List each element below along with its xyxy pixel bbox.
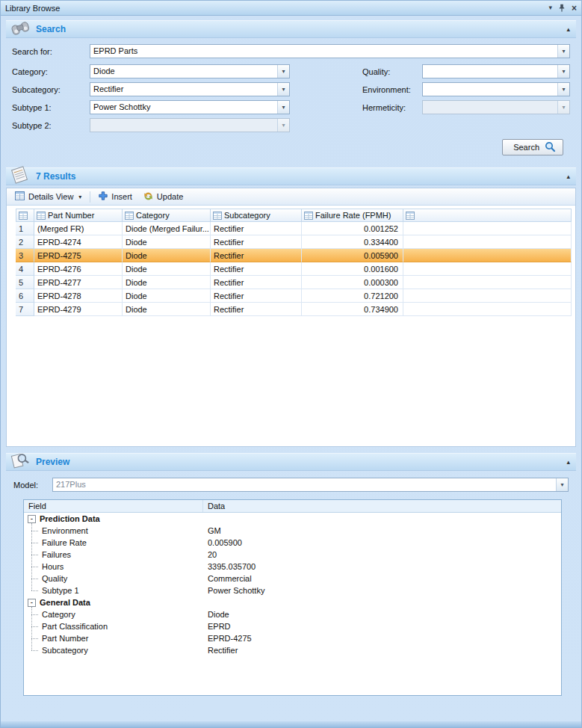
cell-category: Diode [123, 303, 211, 316]
tree-row[interactable]: Failure Rate 0.005900 [24, 537, 561, 549]
tree-row[interactable]: Environment GM [24, 525, 561, 537]
update-label: Update [157, 192, 183, 201]
table-row[interactable]: 2 EPRD-4274 Diode Rectifier 0.334400 [16, 235, 572, 249]
results-box: Details View ▾ Insert [6, 188, 576, 447]
column-label: Part Number [48, 211, 94, 220]
field-name: Category [42, 610, 75, 619]
group-label: Prediction Data [40, 514, 100, 523]
grid-view-icon [15, 191, 25, 202]
insert-button[interactable]: Insert [94, 190, 137, 203]
tree-group-row[interactable]: - General Data [24, 596, 561, 608]
column-header-failure-rate[interactable]: Failure Rate (FPMH) [302, 209, 403, 222]
table-row-selected[interactable]: 3 EPRD-4275 Diode Rectifier 0.005900 [16, 249, 572, 262]
tree-row[interactable]: Part Number EPRD-4275 [24, 632, 561, 644]
results-collapse-icon[interactable]: ▴ [566, 173, 570, 180]
search-collapse-icon[interactable]: ▴ [566, 25, 570, 33]
table-row[interactable]: 7 EPRD-4279 Diode Rectifier 0.734900 [16, 303, 572, 316]
table-row[interactable]: 1 (Merged FR) Diode (Merged Failur... Re… [16, 222, 572, 235]
cell-failure-rate: 0.721200 [302, 289, 403, 303]
tree-row[interactable]: Category Diode [24, 608, 561, 620]
column-icon [304, 212, 313, 220]
dropdown-arrow-icon[interactable]: ▾ [557, 83, 569, 96]
subtype2-combobox: ▾ [90, 118, 290, 132]
row-number: 2 [16, 235, 34, 249]
subtype2-label: Subtype 2: [12, 121, 90, 130]
binoculars-icon [10, 19, 31, 38]
environment-combobox[interactable]: ▾ [422, 82, 570, 96]
model-row: Model: 217Plus ▾ [6, 471, 576, 493]
table-row[interactable]: 5 EPRD-4277 Diode Rectifier 0.000300 [16, 276, 572, 289]
results-panel: 7 Results ▴ [6, 167, 576, 447]
window-title: Library Browse [5, 4, 60, 13]
quality-value [423, 65, 557, 78]
tree-header-row: Field Data [24, 500, 561, 513]
dropdown-arrow-icon[interactable]: ▾ [556, 478, 568, 491]
model-value: 217Plus [53, 478, 556, 491]
close-icon[interactable]: × [572, 4, 577, 13]
field-value: Rectifier [203, 646, 561, 655]
cell-part-number: (Merged FR) [34, 222, 123, 235]
column-icon [213, 212, 222, 220]
tree-row[interactable]: Part Classification EPRD [24, 620, 561, 632]
subtype1-combobox[interactable]: Power Schottky ▾ [90, 100, 290, 114]
search-for-label: Search for: [12, 47, 90, 56]
tree-group-row[interactable]: - Prediction Data [24, 513, 561, 525]
collapse-box-icon[interactable]: - [28, 599, 36, 607]
subcategory-label: Subcategory: [12, 85, 90, 94]
quality-combobox[interactable]: ▾ [422, 64, 570, 78]
table-row[interactable]: 4 EPRD-4276 Diode Rectifier 0.001600 [16, 262, 572, 276]
hermeticity-label: Hermeticity: [362, 103, 422, 112]
preview-panel: Preview ▴ Model: 217Plus ▾ Field Data [6, 453, 576, 696]
category-combobox[interactable]: Diode ▾ [90, 64, 290, 78]
category-label: Category: [12, 67, 90, 76]
plus-icon [99, 191, 108, 202]
column-header-subcategory[interactable]: Subcategory [211, 209, 302, 222]
dropdown-arrow-icon[interactable]: ▾ [557, 45, 569, 58]
column-header-part-number[interactable]: Part Number [34, 209, 123, 222]
preview-header-title: Preview [36, 457, 69, 467]
window-bottom-edge [1, 721, 581, 727]
pin-icon[interactable] [558, 4, 566, 12]
field-value: EPRD [203, 622, 561, 631]
tree-row[interactable]: Subcategory Rectifier [24, 644, 561, 656]
tree-row[interactable]: Failures 20 [24, 549, 561, 561]
cell-empty [403, 262, 572, 276]
field-value: Commercial [203, 574, 561, 583]
dropdown-arrow-icon[interactable]: ▾ [557, 65, 569, 78]
subtype1-value: Power Schottky [90, 101, 277, 114]
field-name: Subtype 1 [42, 586, 79, 595]
field-name: Quality [42, 574, 67, 583]
preview-collapse-icon[interactable]: ▴ [566, 458, 570, 466]
search-button[interactable]: Search [502, 139, 563, 155]
subcategory-combobox[interactable]: Rectifier ▾ [90, 82, 290, 96]
toolbar-separator [90, 191, 90, 203]
window-menu-chevron-icon[interactable]: ▾ [548, 4, 552, 11]
cell-empty [403, 289, 572, 303]
field-value: GM [203, 526, 561, 535]
cell-subcategory: Rectifier [211, 303, 302, 316]
column-icon [125, 212, 134, 220]
dropdown-arrow-icon[interactable]: ▾ [277, 65, 289, 78]
collapse-box-icon[interactable]: - [28, 515, 36, 523]
row-number: 4 [16, 262, 34, 276]
tree-row[interactable]: Quality Commercial [24, 573, 561, 584]
table-row[interactable]: 6 EPRD-4278 Diode Rectifier 0.721200 [16, 289, 572, 303]
model-combobox[interactable]: 217Plus ▾ [52, 478, 569, 492]
results-header-title: 7 Results [36, 171, 75, 182]
preview-header: Preview ▴ [6, 453, 576, 471]
tree-row[interactable]: Subtype 1 Power Schottky [24, 584, 561, 596]
dropdown-arrow-icon[interactable]: ▾ [277, 83, 289, 96]
search-form: Search for: EPRD Parts ▾ Category: Diode… [6, 38, 576, 161]
field-name: Subcategory [42, 646, 88, 655]
search-for-combobox[interactable]: EPRD Parts ▾ [90, 44, 570, 58]
column-header-category[interactable]: Category [123, 209, 211, 222]
insert-label: Insert [111, 192, 132, 201]
update-button[interactable]: Update [139, 190, 188, 204]
results-grid: Part Number Category Subcategory Fa [7, 206, 575, 446]
dropdown-arrow-icon[interactable]: ▾ [277, 101, 289, 114]
cell-empty [403, 235, 572, 249]
tree-row[interactable]: Hours 3395.035700 [24, 561, 561, 573]
field-name: Hours [42, 562, 64, 571]
details-view-button[interactable]: Details View ▾ [10, 190, 86, 203]
cell-subcategory: Rectifier [211, 222, 302, 235]
